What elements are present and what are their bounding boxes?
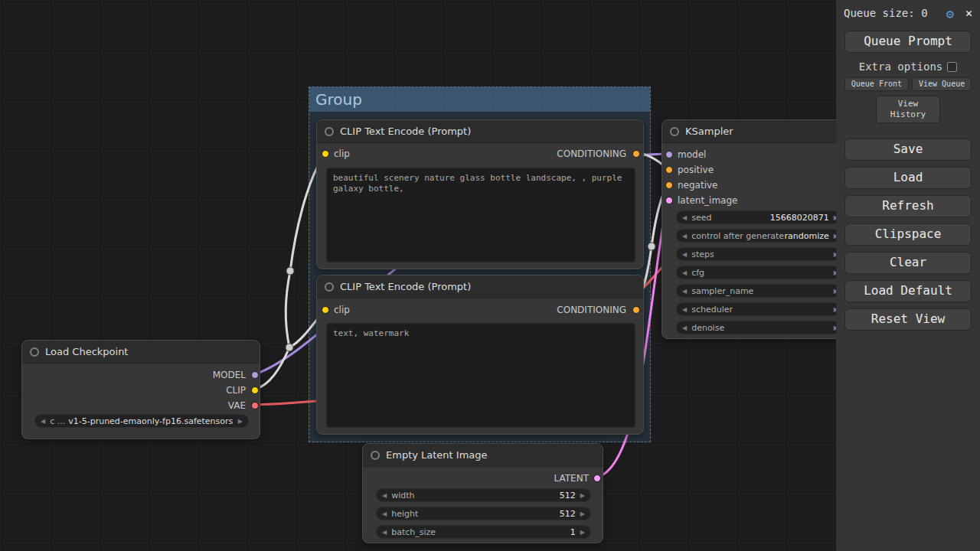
ksampler-node[interactable]: KSampler model positive negative latent_… [662,119,850,339]
clip-text-encode-node-2[interactable]: CLIP Text Encode (Prompt) clip CONDITION… [316,275,644,435]
ckpt-name-widget[interactable]: ◀ c ... v1-5-pruned-emaonly-fp16.safeten… [34,414,249,428]
clip-input-port[interactable] [322,150,329,158]
ckpt-label: c ... [50,416,65,426]
node-title-bar[interactable]: KSampler [662,120,849,143]
denoise-widget[interactable]: ◀ denoise ▶ [676,321,844,334]
sampler-name-widget[interactable]: ◀ sampler_name ▶ [676,284,844,298]
height-widget[interactable]: ◀ height 512 ▶ [376,507,591,520]
load-checkpoint-node[interactable]: Load Checkpoint MODEL CLIP VAE ◀ c ... v… [21,340,260,439]
node-title-bar[interactable]: CLIP Text Encode (Prompt) [317,276,643,298]
arrow-left-icon[interactable]: ◀ [682,306,687,313]
view-history-button[interactable]: View History [876,96,940,123]
arrow-right-icon[interactable]: ▶ [580,492,585,499]
collapse-dot-icon[interactable] [670,127,679,136]
arrow-left-icon[interactable]: ◀ [382,510,387,517]
arrow-left-icon[interactable]: ◀ [41,418,45,425]
save-button[interactable]: Save [844,139,972,161]
widget-label: width [391,491,414,500]
clipspace-button[interactable]: Clipspace [844,223,972,246]
widget-label: seed [691,213,711,223]
widget-label: cfg [691,268,704,278]
batch-size-widget[interactable]: ◀ batch_size 1 ▶ [376,525,591,539]
extra-options-label: Extra options [859,60,943,73]
steps-widget[interactable]: ◀ steps ▶ [676,247,844,261]
arrow-left-icon[interactable]: ◀ [682,233,687,240]
widget-label: control after generate [691,231,784,241]
queue-front-button[interactable]: Queue Front [844,77,909,91]
settings-gear-icon[interactable]: ⚙ [946,6,954,21]
latent-image-input-label: latent_image [678,195,737,206]
view-queue-button[interactable]: View Queue [912,77,972,91]
clear-button[interactable]: Clear [844,252,972,274]
arrow-left-icon[interactable]: ◀ [682,251,687,258]
negative-input-label: negative [678,180,717,191]
vae-output-port[interactable] [251,402,259,409]
conditioning-output-label: CONDITIONING [557,148,626,159]
conditioning-output-port[interactable] [632,306,640,314]
model-output-label: MODEL [213,370,246,380]
ckpt-value: v1-5-pruned-emaonly-fp16.safetensors [68,416,233,426]
reset-view-button[interactable]: Reset View [844,308,972,331]
collapse-dot-icon[interactable] [30,347,39,357]
prompt-textarea[interactable]: text, watermark [326,323,635,428]
collapse-dot-icon[interactable] [325,282,334,292]
latent-image-input-port[interactable] [665,197,673,204]
node-title-bar[interactable]: Load Checkpoint [22,341,260,364]
close-icon[interactable]: ✕ [965,6,972,20]
clip-text-encode-node-1[interactable]: CLIP Text Encode (Prompt) clip CONDITION… [316,119,644,269]
collapse-dot-icon[interactable] [371,451,380,460]
load-button[interactable]: Load [844,167,972,189]
latent-output-port[interactable] [593,474,601,482]
model-input-port[interactable] [665,151,673,158]
model-output-port[interactable] [251,371,259,379]
wire-clip-b [286,271,290,347]
conditioning-output-port[interactable] [632,150,640,158]
queue-size-label: Queue size: 0 [844,7,928,19]
vae-output-label: VAE [228,400,246,411]
node-title: KSampler [685,126,733,137]
positive-input-port[interactable] [665,166,673,174]
node-title-bar[interactable]: CLIP Text Encode (Prompt) [317,120,643,143]
reroute-dot[interactable] [286,344,293,351]
control-after-generate-widget[interactable]: ◀ control after generate randomize ▶ [676,229,844,243]
arrow-left-icon[interactable]: ◀ [682,324,687,331]
clip-input-port[interactable] [322,306,329,314]
arrow-left-icon[interactable]: ◀ [382,492,387,499]
collapse-dot-icon[interactable] [325,127,334,136]
widget-value: randomize [785,231,829,241]
scheduler-widget[interactable]: ◀ scheduler ▶ [676,302,844,316]
widget-value: 15668020871 [770,213,829,223]
arrow-left-icon[interactable]: ◀ [382,529,387,536]
widget-label: sampler_name [691,286,753,296]
clip-output-label: CLIP [226,385,246,396]
extra-options-checkbox[interactable] [947,62,957,72]
queue-prompt-button[interactable]: Queue Prompt [844,31,972,53]
arrow-right-icon[interactable]: ▶ [238,418,243,425]
comfy-menu-panel: Queue size: 0 ⚙ ✕ Queue Prompt Extra opt… [836,0,980,551]
arrow-left-icon[interactable]: ◀ [682,269,687,276]
node-title-bar[interactable]: Empty Latent Image [363,444,603,467]
arrow-left-icon[interactable]: ◀ [682,214,687,221]
widget-label: denoise [691,323,724,333]
node-canvas[interactable]: Group CLIP Text Encode (Prompt) clip [0,0,980,551]
reroute-dot[interactable] [648,243,655,250]
arrow-left-icon[interactable]: ◀ [682,288,687,295]
positive-input-label: positive [678,165,714,175]
arrow-right-icon[interactable]: ▶ [580,529,585,536]
refresh-button[interactable]: Refresh [844,195,972,217]
reroute-dot[interactable] [286,267,294,275]
load-default-button[interactable]: Load Default [844,280,972,302]
empty-latent-image-node[interactable]: Empty Latent Image LATENT ◀ width 512 ▶ … [362,443,603,543]
node-title: CLIP Text Encode (Prompt) [340,126,471,137]
node-title: Empty Latent Image [386,449,488,461]
clip-output-port[interactable] [251,386,259,394]
negative-input-port[interactable] [665,181,673,189]
seed-widget[interactable]: ◀ seed 15668020871 ▶ [676,210,844,224]
widget-label: height [391,509,418,519]
arrow-right-icon[interactable]: ▶ [580,510,585,517]
widget-value: 1 [570,527,576,537]
width-widget[interactable]: ◀ width 512 ▶ [376,488,591,502]
cfg-widget[interactable]: ◀ cfg ▶ [676,266,844,279]
prompt-textarea[interactable]: beautiful scenery nature glass bottle la… [326,168,635,262]
clip-input-label: clip [334,305,350,315]
